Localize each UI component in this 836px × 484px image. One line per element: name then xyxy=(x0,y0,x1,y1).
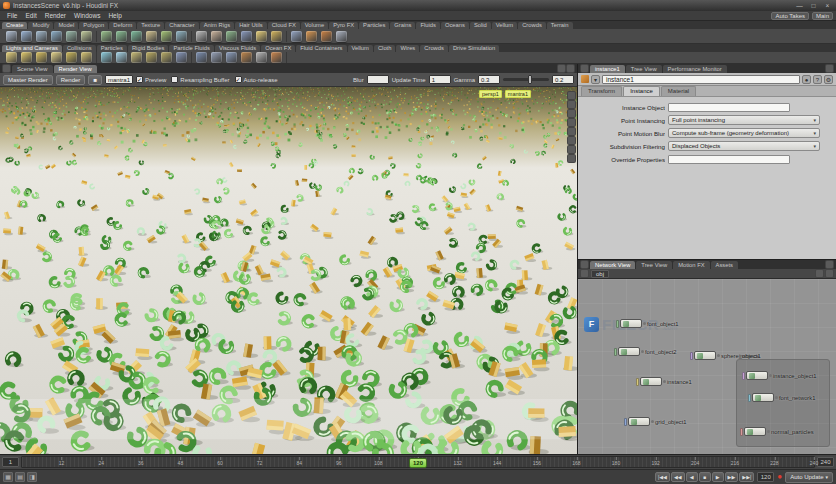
shelf-tab-crowds[interactable]: Crowds xyxy=(420,45,448,52)
menu-render[interactable]: Render xyxy=(41,12,70,19)
switcher-camera-icon[interactable] xyxy=(211,52,222,63)
pane-split-icon[interactable] xyxy=(826,261,833,268)
render-canvas[interactable] xyxy=(0,87,577,454)
shelf-tab-cloud-fx[interactable]: Cloud FX xyxy=(268,22,300,29)
shelf-tab-wires[interactable]: Wires xyxy=(396,45,419,52)
mantra-node-icon[interactable] xyxy=(271,52,282,63)
network-path-breadcrumb[interactable]: obj xyxy=(591,270,609,278)
shelf-tab-volume[interactable]: Volume xyxy=(301,22,328,29)
select-icon[interactable] xyxy=(568,92,575,99)
node-name-field[interactable]: instance1 xyxy=(602,75,800,84)
param-point-instancing-select[interactable]: Full point instancing▾ xyxy=(668,115,820,125)
parm-folder-material[interactable]: Material xyxy=(661,86,696,96)
pane-menu-icon[interactable] xyxy=(3,65,10,72)
shelf-tab-create[interactable]: Create xyxy=(2,22,27,29)
take-selector[interactable]: Main xyxy=(812,12,833,20)
line-icon[interactable] xyxy=(81,31,92,42)
transport-fast-back-button[interactable]: ◀◀ xyxy=(671,472,685,482)
sky-light-icon[interactable] xyxy=(116,52,127,63)
help-icon[interactable]: ? xyxy=(813,75,822,84)
vr-camera-icon[interactable] xyxy=(226,52,237,63)
image-plane-icon[interactable] xyxy=(568,137,575,144)
shelf-tab-particles[interactable]: Particles xyxy=(359,22,389,29)
camera-icon[interactable] xyxy=(176,52,187,63)
render-plane-badge[interactable]: persp1 xyxy=(479,90,502,98)
current-frame-field[interactable]: 120 xyxy=(757,472,774,482)
shelf-tab-viscous-fluids[interactable]: Viscous Fluids xyxy=(215,45,260,52)
tube-icon[interactable] xyxy=(36,31,47,42)
portal-light-icon[interactable] xyxy=(131,52,142,63)
node-body[interactable] xyxy=(746,371,768,380)
box-icon[interactable] xyxy=(6,31,17,42)
shelf-tab-deform[interactable]: Deform xyxy=(109,22,136,29)
pane-tab-render-view[interactable]: Render View xyxy=(54,65,97,73)
pane-tab-network-view[interactable]: Network View xyxy=(590,261,635,269)
curve-icon[interactable] xyxy=(116,31,127,42)
minimize-button[interactable]: — xyxy=(794,2,805,9)
ambient-light-icon[interactable] xyxy=(161,52,172,63)
shelf-tab-fluid-containers[interactable]: Fluid Containers xyxy=(296,45,346,52)
geometry-light-icon[interactable] xyxy=(51,52,62,63)
shelf-tab-particles[interactable]: Particles xyxy=(97,45,127,52)
shelf-tab-particle-fluids[interactable]: Particle Fluids xyxy=(169,45,213,52)
menu-edit[interactable]: Edit xyxy=(21,12,40,19)
flipbook-icon[interactable] xyxy=(256,52,267,63)
statusbar-icon-3[interactable]: ◨ xyxy=(27,472,37,482)
pane-tab-tree-view[interactable]: Tree View xyxy=(636,261,672,269)
shelf-tab-crowds[interactable]: Crowds xyxy=(518,22,546,29)
pane-menu-icon[interactable] xyxy=(581,261,588,268)
parm-folder-transform[interactable]: Transform xyxy=(581,86,622,96)
environment-light-icon[interactable] xyxy=(101,52,112,63)
transport-stop-button[interactable]: ■ xyxy=(699,472,711,482)
pane-tab-scene-view[interactable]: Scene View xyxy=(12,65,53,73)
shelf-tab-modify[interactable]: Modify xyxy=(28,22,53,29)
network-display-icon[interactable] xyxy=(816,270,823,277)
shelf-tab-fluids[interactable]: Fluids xyxy=(416,22,439,29)
pane-tab-performance-monitor[interactable]: Performance Monitor xyxy=(663,65,727,73)
transport-play-button[interactable]: ▶ xyxy=(712,472,724,482)
pane-split-icon[interactable] xyxy=(826,65,833,72)
node-instance-object1[interactable]: instance_object1 xyxy=(742,371,817,380)
auto-takes-button[interactable]: Auto Takes xyxy=(771,12,809,20)
shelf-tab-solid[interactable]: Solid xyxy=(470,22,491,29)
menu-windows[interactable]: Windows xyxy=(70,12,104,19)
exposure-slider[interactable] xyxy=(503,78,549,81)
point-light-icon[interactable] xyxy=(6,52,17,63)
node-body[interactable] xyxy=(640,377,662,386)
node-normal-particles[interactable]: normal_particles xyxy=(740,427,814,436)
node-instance1[interactable]: instance1 xyxy=(636,377,692,386)
shelf-tab-pyro-fx[interactable]: Pyro FX xyxy=(329,22,358,29)
render-camera-field[interactable]: mantra1 xyxy=(105,75,133,84)
network-home-icon[interactable] xyxy=(581,270,588,277)
stereo-camera-icon[interactable] xyxy=(196,52,207,63)
shelf-tab-grains[interactable]: Grains xyxy=(390,22,415,29)
timeline-ruler[interactable]: 1224364860728496108120132144156168180192… xyxy=(21,456,815,468)
network-graph[interactable]: F FILECR .com instancefont_object1font_o… xyxy=(578,279,836,454)
shelf-tab-vellum[interactable]: Vellum xyxy=(348,45,373,52)
metaball-icon[interactable] xyxy=(176,31,187,42)
node-font-object1[interactable]: font_object1 xyxy=(616,319,679,328)
shelf-tab-lights-and-cameras[interactable]: Lights and Cameras xyxy=(2,45,62,52)
spot-light-icon[interactable] xyxy=(21,52,32,63)
shelf-tab-hair-utils[interactable]: Hair Utils xyxy=(235,22,267,29)
environment-light-icon[interactable] xyxy=(271,31,282,42)
shelf-tab-anim-rigs[interactable]: Anim Rigs xyxy=(200,22,234,29)
pane-tab-motion-fx[interactable]: Motion FX xyxy=(673,261,709,269)
shelf-tab-rigid-bodies[interactable]: Rigid Bodies xyxy=(128,45,169,52)
pane-maximize-icon[interactable] xyxy=(567,65,574,72)
node-body[interactable] xyxy=(744,427,766,436)
param-override-properties-input[interactable] xyxy=(668,155,790,164)
area-light-icon[interactable] xyxy=(36,52,47,63)
null-icon[interactable] xyxy=(196,31,207,42)
region-render-icon[interactable] xyxy=(568,119,575,126)
gamma-field[interactable]: 0.3 xyxy=(478,75,500,84)
gear-icon[interactable]: ⚙ xyxy=(824,75,833,84)
indirect-light-icon[interactable] xyxy=(146,52,157,63)
karma-icon[interactable] xyxy=(321,31,332,42)
render-button[interactable]: Render xyxy=(56,75,86,85)
shelf-tab-character[interactable]: Character xyxy=(165,22,198,29)
shelf-tab-ocean-fx[interactable]: Ocean FX xyxy=(261,45,295,52)
checkbox-auto-release[interactable]: ✓Auto-release xyxy=(235,76,278,83)
zoom-icon[interactable] xyxy=(568,110,575,117)
exposure-icon[interactable] xyxy=(568,146,575,153)
